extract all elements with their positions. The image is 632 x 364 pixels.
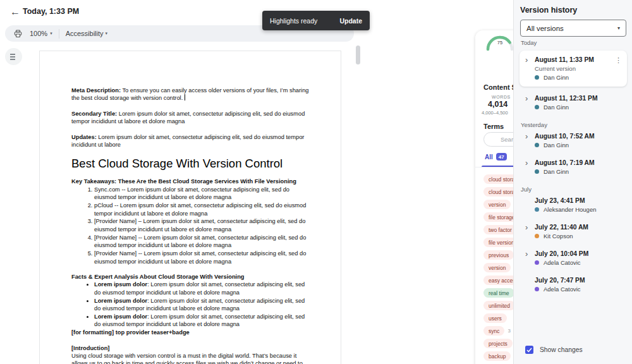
document-outline-button[interactable]: [5, 48, 22, 65]
updates-paragraph: Updates: Lorem ipsum dolor sit amet, con…: [71, 133, 310, 149]
document-page[interactable]: Meta Description: To ensure you can easi…: [39, 51, 341, 364]
document-title: Best Cloud Storage With Version Control: [71, 156, 310, 171]
chevron-down-icon: ▾: [617, 25, 620, 31]
author-dot: [535, 143, 539, 147]
version-date-title: Today, 1:33 PM: [23, 7, 79, 16]
document-scrollbar[interactable]: [356, 46, 360, 64]
introduction-heading: [Introduction]: [71, 344, 310, 352]
facts-list: Lorem ipsum dolor: Lorem ipsum dolor sit…: [71, 281, 310, 328]
show-changes-label: Show changes: [540, 346, 583, 353]
author-row: Dan Ginn: [535, 168, 632, 175]
list-item: pCloud -- Lorem ipsum dolor sit amet, co…: [94, 202, 310, 217]
expand-chevron-icon[interactable]: ›: [525, 159, 528, 167]
list-item: [Provider Name] -- Lorem ipsum dolor sit…: [94, 234, 310, 250]
show-changes-checkbox[interactable]: [525, 346, 533, 354]
term-chip[interactable]: version: [483, 200, 511, 209]
term-chip[interactable]: two factor: [483, 225, 517, 234]
author-row: Dan Ginn: [535, 142, 632, 149]
term-chip[interactable]: version: [483, 263, 511, 272]
author-dot: [535, 105, 539, 109]
term-chip[interactable]: previous: [483, 250, 514, 260]
formatting-note: [for formatting] top provider teaser+bad…: [71, 329, 310, 336]
chevron-down-icon: ▾: [50, 31, 52, 36]
terms-count-badge: 47: [496, 153, 507, 161]
toolbar-divider: [59, 29, 59, 39]
author-row: Adela Catovic: [535, 286, 632, 293]
introduction-paragraph: Using cloud storage with version control…: [71, 352, 310, 364]
chevron-down-icon: ▾: [106, 31, 108, 36]
version-entry[interactable]: › August 10, 7:19 AM Dan Ginn: [521, 159, 632, 175]
word-range: 4,000–4,500: [482, 110, 508, 116]
zoom-select[interactable]: 100%▾: [30, 30, 52, 37]
group-label-yesterday: Yesterday: [521, 121, 632, 128]
secondary-title-paragraph: Secondary Title: Lorem ipsum dolor sit a…: [71, 110, 310, 126]
meta-description-paragraph: Meta Description: To ensure you can easi…: [71, 87, 310, 102]
text-cursor: [185, 94, 185, 100]
list-item: [Provider Name] -- Lorem ipsum dolor sit…: [94, 250, 310, 265]
header-bar: ← Today, 1:33 PM: [0, 0, 513, 23]
document-content: Meta Description: To ensure you can easi…: [40, 51, 341, 364]
back-arrow-icon[interactable]: ←: [8, 4, 23, 20]
author-row: Aleksander Hougen: [535, 206, 632, 213]
panel-title: Version history: [520, 6, 577, 15]
version-entry-current[interactable]: › August 11, 1:33 PM Current version Dan…: [520, 51, 627, 87]
version-entry[interactable]: July 23, 4:41 PM Aleksander Hougen: [521, 197, 632, 213]
list-item: [Provider Name] – Lorem ipsum dolor sit …: [94, 217, 310, 233]
author-row: Dan Ginn: [535, 104, 632, 111]
version-history-panel: Version history All versions ▾ Today › A…: [513, 0, 632, 364]
versions-list: Today › August 11, 1:33 PM Current versi…: [514, 39, 632, 303]
list-item: Lorem ipsum dolor: Lorem ipsum dolor sit…: [94, 281, 310, 296]
author-dot: [535, 260, 539, 265]
word-count: 4,014: [488, 100, 507, 109]
content-score-value: 75: [485, 40, 514, 46]
facts-heading: Facts & Expert Analysis About Cloud Stor…: [71, 273, 310, 281]
print-icon[interactable]: [14, 30, 22, 38]
term-count: 3: [507, 328, 510, 334]
accessibility-menu[interactable]: Accessibility▾: [66, 30, 107, 37]
author-row: Adela Catovic: [535, 259, 632, 266]
group-label-july: July: [521, 186, 632, 193]
author-dot: [535, 234, 539, 238]
update-button[interactable]: Update: [339, 17, 362, 25]
toast-message: Highlights ready: [270, 17, 317, 25]
term-chip[interactable]: users: [483, 313, 507, 323]
author-dot: [535, 287, 539, 291]
expand-chevron-icon[interactable]: ›: [525, 133, 528, 140]
show-changes-control: Show changes: [525, 346, 583, 354]
takeaways-list: Sync.com -- Lorem ipsum dolor sit amet, …: [71, 186, 310, 265]
version-entry[interactable]: › July 22, 11:40 AM Kit Copson: [521, 224, 632, 240]
more-options-icon[interactable]: ⋮: [615, 56, 622, 64]
list-item: Lorem ipsum dolor: Lorem ipsum dolor sit…: [94, 297, 310, 313]
version-entry[interactable]: › August 11, 12:31 PM Dan Ginn: [521, 95, 632, 111]
expand-chevron-icon[interactable]: ›: [525, 56, 528, 64]
term-chip[interactable]: unlimited: [483, 301, 515, 310]
term-chip[interactable]: real time: [483, 288, 514, 298]
term-chip[interactable]: backup: [483, 351, 511, 361]
expand-chevron-icon[interactable]: ›: [525, 224, 528, 231]
version-entry[interactable]: › August 10, 7:52 AM Dan Ginn: [521, 133, 632, 149]
key-takeaways-heading: Key Takeaways: These Are the Best Cloud …: [71, 178, 310, 185]
version-entry[interactable]: › July 20, 10:04 PM Adela Catovic: [521, 250, 632, 266]
group-label-today: Today: [521, 39, 632, 46]
highlights-toast: Highlights ready Update: [262, 11, 370, 30]
author-dot: [535, 75, 539, 80]
terms-heading: Terms: [483, 123, 504, 130]
expand-chevron-icon[interactable]: ›: [525, 95, 528, 102]
list-item: Sync.com -- Lorem ipsum dolor sit amet, …: [94, 186, 310, 202]
author-dot: [535, 169, 539, 174]
words-label: WORDS: [492, 95, 511, 99]
terms-tab-all[interactable]: All 47: [485, 153, 507, 161]
list-item: Lorem ipsum dolor: Lorem ipsum dolor sit…: [94, 313, 310, 329]
author-row: Dan Ginn: [535, 74, 622, 81]
current-version-label: Current version: [535, 65, 622, 72]
author-row: Kit Copson: [535, 233, 632, 240]
content-score-gauge: 75: [485, 33, 514, 52]
version-entry[interactable]: July 20, 7:47 PM Adela Catovic: [521, 277, 632, 293]
expand-chevron-icon[interactable]: ›: [525, 250, 528, 258]
term-chip[interactable]: projects: [483, 339, 513, 348]
author-dot: [535, 207, 539, 212]
versions-filter-dropdown[interactable]: All versions ▾: [520, 20, 626, 37]
term-chip[interactable]: sync: [483, 326, 504, 336]
